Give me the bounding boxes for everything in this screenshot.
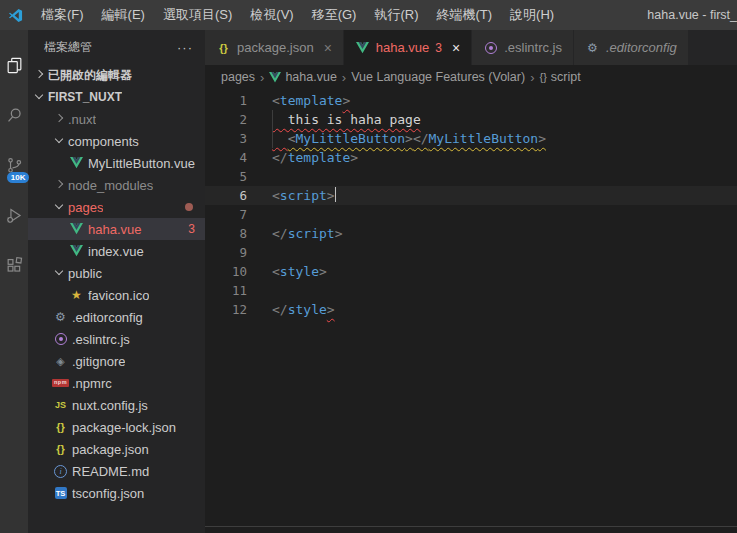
tree-item-eslintrc-js[interactable]: .eslintrc.js [28,328,205,350]
code-line[interactable]: 5 [205,167,737,186]
more-actions-icon[interactable]: ··· [173,40,197,55]
tree-item-tsconfig-json[interactable]: TS tsconfig.json [28,482,205,504]
window-title: haha.vue - first_ [647,0,737,30]
file-label: favicon.ico [88,288,149,303]
code-line[interactable]: 2 this is haha page [205,110,737,129]
tree-item-editorconfig[interactable]: ⚙ .editorconfig [28,306,205,328]
explorer-icon[interactable] [0,40,28,90]
tree-item-nuxt-config-js[interactable]: JS nuxt.config.js [28,394,205,416]
vue-file-icon [68,243,85,259]
json-braces-icon: {} [52,441,69,457]
activity-bar: 10K [0,30,28,533]
menu-go[interactable]: 移至(G) [303,0,366,30]
code-line[interactable]: 8 </script> [205,224,737,243]
chevron-right-icon [32,67,48,83]
line-number: 1 [205,91,247,110]
sidebar-header: 檔案總管 ··· [28,30,205,64]
tree-item-favicon-ico[interactable]: ★ favicon.ico [28,284,205,306]
code-line[interactable]: 4 </template> [205,148,737,167]
run-debug-icon[interactable] [0,190,28,240]
vscode-logo-icon [8,8,23,23]
code-editor[interactable]: 1 <template> 2 this is haha page 3 <MyLi… [205,89,737,533]
breadcrumb-volar[interactable]: Vue Language Features (Volar) [351,70,525,84]
tree-item-package-lock-json[interactable]: {} package-lock.json [28,416,205,438]
tree-item-package-json[interactable]: {} package.json [28,438,205,460]
vue-file-icon [355,42,370,54]
breadcrumb-haha-vue[interactable]: haha.vue [269,70,336,84]
root-folder-first-nuxt[interactable]: FIRST_NUXT [28,86,205,108]
tree-folder-public[interactable]: public [28,262,205,284]
tab-eslintrc-js[interactable]: .eslintrc.js [472,30,574,65]
menu-terminal[interactable]: 終端機(T) [427,0,501,30]
breadcrumb-pages[interactable]: pages [221,70,255,84]
code-line[interactable]: 10 <style> [205,262,737,281]
line-number: 6 [205,186,247,205]
vue-file-icon [68,155,85,171]
gear-icon: ⚙ [585,41,600,55]
info-icon: i [52,463,69,479]
tree-item-index-vue[interactable]: index.vue [28,240,205,262]
tab-package-json[interactable]: {} package.json × [205,30,344,65]
tab-label: haha.vue [376,40,430,55]
breadcrumb-separator: › [530,70,534,85]
breadcrumb-script[interactable]: {} script [540,70,581,84]
source-control-icon[interactable]: 10K [0,140,28,190]
tab-editorconfig[interactable]: ⚙ .editorconfig [574,30,689,65]
tree-item-readme-md[interactable]: i README.md [28,460,205,482]
text-cursor [335,187,337,202]
tree-folder-components[interactable]: components [28,130,205,152]
code-line[interactable]: 12 </style> [205,300,737,319]
file-label: nuxt.config.js [72,398,148,413]
code-line[interactable]: 9 [205,243,737,262]
tree-item-haha-vue[interactable]: haha.vue 3 [28,218,205,240]
file-label: index.vue [88,244,144,259]
code-line[interactable]: 7 [205,205,737,224]
npm-icon: npm [52,375,69,391]
file-label: .eslintrc.js [72,332,130,347]
scm-changes-badge: 10K [7,172,29,183]
code-line-current[interactable]: 6 <script> [205,186,737,205]
tree-folder-nuxt[interactable]: .nuxt [28,108,205,130]
code-line[interactable]: 1 <template> [205,91,737,110]
tree-item-gitignore[interactable]: ◈ .gitignore [28,350,205,372]
menu-view[interactable]: 檢視(V) [241,0,302,30]
tree-item-npmrc[interactable]: npm .npmrc [28,372,205,394]
breadcrumb: pages › haha.vue › Vue Language Features… [205,65,737,89]
tree-folder-pages[interactable]: pages [28,196,205,218]
sidebar-title: 檔案總管 [44,39,173,56]
search-icon[interactable] [0,90,28,140]
tab-label: .editorconfig [606,40,677,55]
menu-edit[interactable]: 編輯(E) [93,0,154,30]
braces-icon: {} [540,71,547,83]
folder-label: public [68,266,102,281]
js-icon: JS [52,397,69,413]
tree-folder-node-modules[interactable]: node_modules [28,174,205,196]
code-line[interactable]: 3 <MyLittleButton></MyLittleButton> [205,129,737,148]
line-number: 4 [205,148,247,167]
breadcrumb-separator: › [260,70,264,85]
json-braces-icon: {} [52,419,69,435]
tree-item-mylittlebutton-vue[interactable]: MyLittleButton.vue [28,152,205,174]
menu-selection[interactable]: 選取項目(S) [154,0,241,30]
ts-icon: TS [52,485,69,501]
chevron-down-icon [52,133,68,149]
menu-run[interactable]: 執行(R) [365,0,427,30]
folder-label: components [68,134,139,149]
tab-haha-vue[interactable]: haha.vue 3 × [344,30,472,65]
file-label: README.md [72,464,149,479]
editor-group: {} package.json × haha.vue 3 × .eslintrc… [205,30,737,533]
vue-file-icon [269,72,281,83]
code-line[interactable]: 11 [205,281,737,300]
close-icon[interactable]: × [452,40,460,56]
favicon-star-icon: ★ [68,287,85,303]
open-editors-section[interactable]: 已開啟的編輯器 [28,64,205,86]
menu-help[interactable]: 說明(H) [501,0,563,30]
vue-file-icon [68,221,85,237]
close-icon[interactable]: × [324,40,332,56]
json-braces-icon: {} [216,42,231,54]
menu-file[interactable]: 檔案(F) [32,0,93,30]
line-number: 11 [205,281,247,300]
file-label: .gitignore [72,354,125,369]
extensions-icon[interactable] [0,240,28,290]
problems-count-badge: 3 [188,222,195,236]
